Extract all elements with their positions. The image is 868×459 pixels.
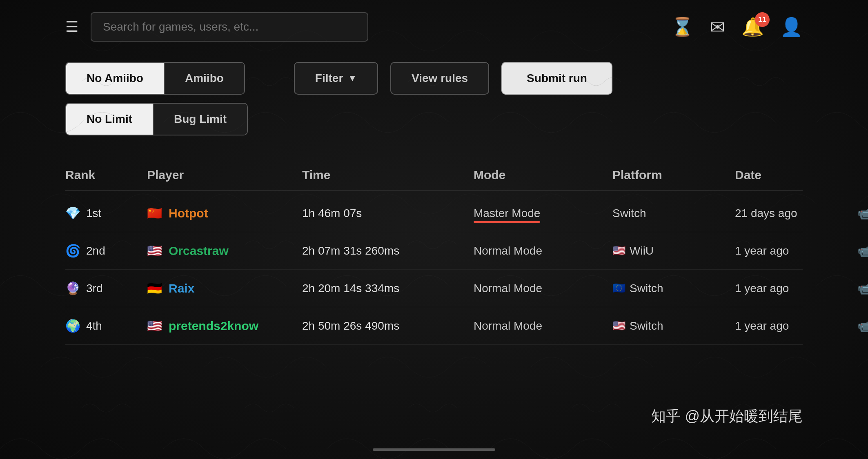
profile-icon[interactable]: 👤 <box>780 16 803 38</box>
limit-tab-group: No Limit Bug Limit <box>65 103 248 135</box>
time-cell-2: 2h 07m 31s 260ms <box>302 244 474 257</box>
tabs-row-1: No Amiibo Amiibo Filter ▼ View rules Sub… <box>65 62 803 95</box>
tabs-row-2: No Limit Bug Limit <box>65 103 803 135</box>
date-cell-4: 1 year ago <box>735 319 857 333</box>
player-cell-2: 🇺🇸 Orcastraw <box>147 244 302 258</box>
tab-amiibo[interactable]: Amiibo <box>165 63 244 94</box>
col-video <box>857 168 868 182</box>
table-row: 💎 1st 🇨🇳 Hotpot 1h 46m 07s Master Mode S… <box>65 195 803 232</box>
platform-value-4: Switch <box>630 319 663 333</box>
video-icon-4[interactable]: 📹 <box>857 319 868 333</box>
scroll-indicator <box>373 448 495 451</box>
player-name-2[interactable]: Orcastraw <box>169 244 229 258</box>
tab-no-limit[interactable]: No Limit <box>66 104 154 135</box>
filter-button[interactable]: Filter ▼ <box>294 62 378 95</box>
table-row: 🌍 4th 🇺🇸 pretends2know 2h 50m 26s 490ms … <box>65 307 803 345</box>
leaderboard: Rank Player Time Mode Platform Date 💎 1s… <box>0 144 868 361</box>
search-input[interactable] <box>91 12 368 42</box>
rank-value-3: 3rd <box>86 282 102 295</box>
rank-medal-4: 🌍 <box>65 319 80 333</box>
date-cell-1: 21 days ago <box>735 207 857 220</box>
col-rank: Rank <box>65 168 147 182</box>
menu-icon[interactable]: ☰ <box>65 20 78 34</box>
col-player: Player <box>147 168 302 182</box>
rank-value-2: 2nd <box>86 244 105 257</box>
player-flag-3: 🇩🇪 <box>147 281 162 295</box>
chevron-down-icon: ▼ <box>348 73 357 84</box>
platform-value-3: Switch <box>630 282 663 295</box>
video-icon-3[interactable]: 📹 <box>857 281 868 295</box>
submit-run-button[interactable]: Submit run <box>501 62 612 95</box>
view-rules-button[interactable]: View rules <box>390 62 489 95</box>
table-header: Rank Player Time Mode Platform Date <box>65 160 803 191</box>
player-cell-1: 🇨🇳 Hotpot <box>147 206 302 220</box>
rank-value-1: 1st <box>86 207 101 220</box>
platform-flag-4: 🇺🇸 <box>612 319 625 332</box>
player-cell-3: 🇩🇪 Raix <box>147 281 302 295</box>
mode-cell-4: Normal Mode <box>474 319 612 333</box>
mode-cell-3: Normal Mode <box>474 282 612 295</box>
tabs-container: No Amiibo Amiibo Filter ▼ View rules Sub… <box>0 54 868 144</box>
col-time: Time <box>302 168 474 182</box>
platform-cell-3: 🇪🇺 Switch <box>612 282 735 295</box>
table-row: 🔮 3rd 🇩🇪 Raix 2h 20m 14s 334ms Normal Mo… <box>65 270 803 307</box>
col-date: Date <box>735 168 857 182</box>
video-icon-2[interactable]: 📹 <box>857 244 868 258</box>
hourglass-icon[interactable]: ⌛ <box>671 16 694 38</box>
time-cell-3: 2h 20m 14s 334ms <box>302 282 474 295</box>
tab-bug-limit[interactable]: Bug Limit <box>154 104 247 135</box>
amiibo-tab-group: No Amiibo Amiibo <box>65 62 245 95</box>
player-cell-4: 🇺🇸 pretends2know <box>147 319 302 333</box>
time-cell-1: 1h 46m 07s <box>302 207 474 220</box>
rank-value-4: 4th <box>86 319 102 333</box>
tab-no-amiibo[interactable]: No Amiibo <box>66 63 165 94</box>
date-cell-3: 1 year ago <box>735 282 857 295</box>
platform-flag-2: 🇺🇸 <box>612 244 625 257</box>
rank-cell-4: 🌍 4th <box>65 319 147 333</box>
mode-cell-1: Master Mode <box>474 207 612 220</box>
platform-cell-1: Switch <box>612 207 735 220</box>
player-flag-2: 🇺🇸 <box>147 244 162 258</box>
date-cell-2: 1 year ago <box>735 244 857 257</box>
table-row: 🌀 2nd 🇺🇸 Orcastraw 2h 07m 31s 260ms Norm… <box>65 232 803 270</box>
notification-badge: 11 <box>755 12 770 27</box>
platform-value-1: Switch <box>612 207 646 220</box>
player-name-1[interactable]: Hotpot <box>169 206 208 220</box>
mode-value-1: Master Mode <box>474 207 540 220</box>
watermark: 知乎 @从开始暖到结尾 <box>651 406 803 426</box>
time-cell-4: 2h 50m 26s 490ms <box>302 319 474 333</box>
platform-cell-4: 🇺🇸 Switch <box>612 319 735 333</box>
rank-medal-2: 🌀 <box>65 244 80 258</box>
platform-flag-3: 🇪🇺 <box>612 282 625 295</box>
video-icon-1[interactable]: 📹 <box>857 206 868 220</box>
col-platform: Platform <box>612 168 735 182</box>
filter-label: Filter <box>315 72 343 85</box>
header: ☰ ⌛ ✉ 🔔 11 👤 <box>0 0 868 54</box>
platform-value-2: WiiU <box>630 244 654 257</box>
rank-cell-1: 💎 1st <box>65 206 147 220</box>
rank-cell-2: 🌀 2nd <box>65 244 147 258</box>
mail-icon[interactable]: ✉ <box>710 17 725 38</box>
player-name-4[interactable]: pretends2know <box>169 319 258 333</box>
platform-cell-2: 🇺🇸 WiiU <box>612 244 735 257</box>
player-flag-4: 🇺🇸 <box>147 319 162 333</box>
player-flag-1: 🇨🇳 <box>147 206 162 220</box>
notification-icon[interactable]: 🔔 11 <box>741 16 764 38</box>
header-icons: ⌛ ✉ 🔔 11 👤 <box>671 16 803 38</box>
rank-cell-3: 🔮 3rd <box>65 281 147 295</box>
rank-medal-3: 🔮 <box>65 281 80 295</box>
mode-cell-2: Normal Mode <box>474 244 612 257</box>
col-mode: Mode <box>474 168 612 182</box>
player-name-3[interactable]: Raix <box>169 282 194 295</box>
rank-medal-1: 💎 <box>65 206 80 220</box>
